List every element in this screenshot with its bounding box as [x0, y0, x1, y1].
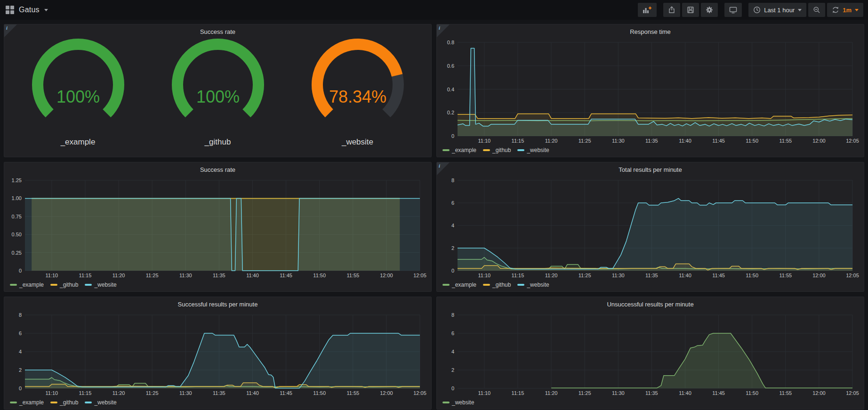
svg-text:1.00: 1.00 — [12, 195, 22, 201]
svg-text:12:00: 12:00 — [812, 390, 826, 396]
gear-icon — [706, 6, 713, 14]
chart-legend: _example_github_website — [441, 280, 860, 289]
svg-text:11:55: 11:55 — [346, 273, 359, 278]
panel-title[interactable]: Response time — [441, 26, 860, 38]
svg-text:11:35: 11:35 — [645, 138, 658, 144]
legend-series-color — [85, 284, 92, 286]
time-range-caret-icon — [798, 9, 802, 11]
legend-series-name: _website — [452, 399, 474, 406]
svg-text:12:05: 12:05 — [846, 138, 859, 144]
legend-series-color — [50, 402, 57, 403]
legend-item-_website[interactable]: _website — [85, 399, 116, 406]
svg-text:12:05: 12:05 — [413, 390, 426, 396]
svg-text:11:30: 11:30 — [612, 390, 625, 396]
time-range-picker[interactable]: Last 1 hour — [748, 3, 806, 17]
legend-series-name: _github — [492, 281, 511, 288]
clock-icon — [753, 6, 761, 14]
settings-button[interactable] — [701, 3, 718, 17]
chart-legend: _website — [441, 398, 860, 407]
svg-text:0.4: 0.4 — [447, 87, 454, 92]
gauge-value: 100% — [196, 87, 239, 106]
refresh-icon — [832, 6, 839, 14]
svg-text:11:45: 11:45 — [280, 273, 292, 278]
legend-series-name: _github — [60, 281, 78, 288]
legend-item-_example[interactable]: _example — [442, 147, 476, 153]
svg-text:11:55: 11:55 — [779, 138, 792, 144]
chart-legend: _example_github_website — [441, 145, 860, 155]
svg-text:11:10: 11:10 — [46, 390, 58, 396]
add-panel-icon — [643, 6, 652, 14]
refresh-picker[interactable]: 1m — [827, 3, 863, 17]
panel-success-rate-series: Success rate 00.250.500.751.001.2511:101… — [4, 162, 432, 292]
legend-series-name: _example — [19, 281, 44, 288]
svg-text:0.50: 0.50 — [12, 232, 22, 237]
add-panel-button[interactable] — [638, 3, 657, 17]
gauge-value: 100% — [56, 87, 99, 106]
svg-text:6: 6 — [451, 330, 454, 336]
svg-text:11:15: 11:15 — [79, 390, 92, 396]
svg-text:11:55: 11:55 — [779, 390, 792, 396]
cycle-view-mode-button[interactable] — [724, 3, 742, 17]
svg-text:11:45: 11:45 — [712, 138, 725, 144]
dashboard-title[interactable]: Gatus — [19, 6, 40, 14]
svg-text:11:20: 11:20 — [545, 390, 558, 396]
legend-series-name: _website — [527, 147, 549, 153]
svg-text:8: 8 — [451, 177, 454, 183]
legend-item-_example[interactable]: _example — [10, 399, 44, 406]
svg-text:12:00: 12:00 — [812, 138, 826, 144]
dashboard-dropdown-caret-icon[interactable] — [44, 9, 48, 11]
zoom-out-icon — [813, 6, 820, 14]
svg-text:11:25: 11:25 — [579, 273, 591, 278]
response-time-chart[interactable]: 00.20.40.60.811:1011:1511:2011:2511:3011… — [441, 38, 860, 145]
panel-info-icon[interactable]: i — [437, 24, 450, 37]
svg-text:0.75: 0.75 — [12, 214, 22, 219]
panel-info-icon[interactable]: i — [4, 24, 17, 37]
legend-series-name: _website — [527, 281, 549, 288]
panel-info-icon[interactable]: i — [437, 162, 450, 175]
panel-title[interactable]: Success rate — [8, 26, 427, 38]
chart-legend: _example_github_website — [8, 280, 427, 289]
svg-text:2: 2 — [451, 367, 454, 373]
success-rate-chart[interactable]: 00.250.500.751.001.2511:1011:1511:2011:2… — [8, 176, 427, 280]
panel-response-time: i Response time 00.20.40.60.811:1011:151… — [436, 24, 864, 157]
panel-title[interactable]: Successful results per minute — [8, 299, 427, 310]
legend-item-_website[interactable]: _website — [517, 281, 549, 288]
unsuccessful-results-chart[interactable]: 0246811:1011:1511:2011:2511:3011:3511:40… — [441, 310, 860, 398]
legend-item-_example[interactable]: _example — [442, 281, 476, 288]
svg-text:11:50: 11:50 — [746, 138, 758, 144]
legend-item-_github[interactable]: _github — [50, 399, 78, 406]
total-results-chart[interactable]: 0246811:1011:1511:2011:2511:3011:3511:40… — [441, 176, 860, 280]
svg-text:11:25: 11:25 — [146, 273, 159, 278]
gauge-_example: 100%_example — [19, 38, 137, 155]
svg-text:12:05: 12:05 — [846, 390, 859, 396]
save-button[interactable] — [682, 3, 699, 17]
legend-item-_website[interactable]: _website — [442, 399, 474, 406]
legend-item-_github[interactable]: _github — [50, 281, 78, 288]
zoom-out-button[interactable] — [808, 3, 825, 17]
legend-item-_github[interactable]: _github — [483, 281, 511, 288]
legend-series-name: _example — [452, 281, 476, 288]
legend-item-_github[interactable]: _github — [483, 147, 511, 153]
gauge-_website: 78.34%_website — [298, 38, 417, 155]
panel-title[interactable]: Success rate — [8, 164, 427, 176]
successful-results-chart[interactable]: 0246811:1011:1511:2011:2511:3011:3511:40… — [8, 310, 427, 398]
share-button[interactable] — [663, 3, 680, 17]
svg-text:11:35: 11:35 — [645, 390, 658, 396]
svg-text:11:30: 11:30 — [179, 273, 192, 278]
gauge-_github: 100%_github — [159, 38, 277, 155]
svg-text:11:50: 11:50 — [313, 273, 326, 278]
legend-series-color — [50, 284, 57, 286]
refresh-interval-label: 1m — [843, 7, 852, 14]
panel-title[interactable]: Total results per minute — [441, 164, 860, 176]
legend-series-name: _example — [452, 147, 476, 153]
svg-text:0: 0 — [451, 386, 454, 391]
svg-text:11:15: 11:15 — [512, 138, 524, 144]
legend-item-_website[interactable]: _website — [85, 281, 116, 288]
svg-text:11:25: 11:25 — [146, 390, 159, 396]
legend-item-_website[interactable]: _website — [517, 147, 549, 153]
panel-title[interactable]: Unsuccessful results per minute — [441, 299, 860, 310]
panel-total-results: i Total results per minute 0246811:1011:… — [436, 162, 864, 292]
legend-item-_example[interactable]: _example — [10, 281, 44, 288]
dashboard-grid-icon[interactable] — [6, 6, 14, 14]
svg-text:11:55: 11:55 — [346, 390, 359, 396]
